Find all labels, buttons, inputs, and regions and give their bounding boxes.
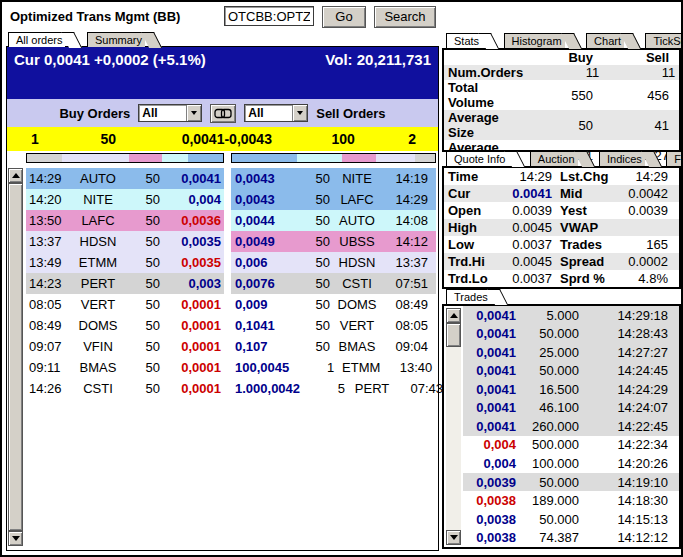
orderbook-scrollbar[interactable]: [8, 168, 23, 546]
sell-order-row[interactable]: 0,004350LAFC14:29: [231, 189, 436, 210]
tab-flow[interactable]: Flow: [666, 151, 683, 166]
depth-segment: [27, 154, 62, 162]
sell-order-row[interactable]: 0,10750BMAS09:04: [231, 336, 436, 357]
trade-row[interactable]: 0,004150.00014:24:45: [463, 362, 679, 381]
go-button[interactable]: Go: [322, 6, 366, 28]
trade-row[interactable]: 0,004146.10014:24:07: [463, 399, 679, 418]
quote-value: 0.0045: [492, 220, 552, 235]
arrow-up-icon: [450, 313, 458, 318]
symbol-input[interactable]: [224, 6, 314, 26]
chevron-down-icon[interactable]: [292, 105, 307, 121]
buy-order-row[interactable]: 14:23PERT500,003: [26, 273, 224, 294]
order-price: 0,107: [231, 339, 285, 354]
trade-row[interactable]: 0,004116.50014:24:29: [463, 380, 679, 399]
sell-filter-select[interactable]: All: [244, 104, 308, 122]
scroll-down-button[interactable]: [446, 530, 461, 545]
order-size: 50: [285, 234, 330, 249]
sell-order-row[interactable]: 0,104150VERT08:05: [231, 315, 436, 336]
buy-order-row[interactable]: 13:50LAFC500,0036: [26, 210, 224, 231]
chevron-down-icon[interactable]: [186, 105, 201, 121]
order-size: 50: [126, 276, 160, 291]
market-maker: LAFC: [70, 213, 126, 228]
tab-indices[interactable]: Indices: [599, 151, 645, 166]
buy-order-row[interactable]: 14:29AUTO500,0041: [26, 168, 224, 189]
orderbook-panel: Cur 0,0041 +0,0002 (+5.1%) Vol: 20,211,7…: [6, 46, 439, 551]
buy-filter-select[interactable]: All: [138, 104, 202, 122]
order-time: 13:49: [26, 255, 70, 270]
tab-chart[interactable]: Chart: [586, 33, 624, 48]
tab-tickscope[interactable]: TickScope: [645, 33, 683, 48]
trades-scrollbar[interactable]: [446, 308, 461, 545]
trade-time: 14:18:30: [579, 493, 679, 508]
buy-order-row[interactable]: 08:49DOMS500,0001: [26, 315, 224, 336]
scrollbar-thumb[interactable]: [446, 323, 461, 347]
trade-row[interactable]: 0,004100.00014:20:26: [463, 454, 679, 473]
trade-price: 0,0039: [463, 475, 516, 490]
buy-order-row[interactable]: 09:07VFIN500,0001: [26, 336, 224, 357]
sell-order-row[interactable]: 0,004350NITE14:19: [231, 168, 436, 189]
trade-time: 14:24:45: [579, 363, 679, 378]
order-time: 07:51: [384, 276, 436, 291]
tab-label: Indices: [607, 153, 642, 165]
trade-row[interactable]: 0,0041260.00014:22:45: [463, 417, 679, 436]
order-time: 14:19: [384, 171, 436, 186]
scroll-up-button[interactable]: [446, 308, 461, 323]
trade-row[interactable]: 0,004150.00014:28:43: [463, 325, 679, 344]
order-size: 5: [300, 381, 345, 396]
buy-order-row[interactable]: 13:37HDSN500,0035: [26, 231, 224, 252]
trade-row[interactable]: 0,003950.00014:19:10: [463, 473, 679, 492]
buy-order-row[interactable]: 09:11BMAS500,0001: [26, 357, 224, 378]
buy-order-count: 1: [7, 131, 63, 147]
search-button[interactable]: Search: [374, 6, 436, 28]
scroll-down-button[interactable]: [8, 531, 23, 546]
link-filters-button[interactable]: [210, 104, 236, 123]
stats-header-row: Buy Sell: [444, 50, 679, 65]
order-time: 13:37: [384, 255, 436, 270]
stats-row: Average Size5041: [444, 110, 679, 140]
order-price: 0,0049: [231, 234, 285, 249]
tab-trades[interactable]: Trades: [446, 289, 491, 304]
quote-label: Mid: [552, 186, 612, 201]
buy-order-row[interactable]: 14:26CSTI500,0001: [26, 378, 224, 399]
order-size: 50: [285, 171, 330, 186]
buy-order-row[interactable]: 14:20NITE500,004: [26, 189, 224, 210]
trade-size: 50.000: [516, 475, 579, 490]
depth-segment: [415, 154, 435, 162]
sell-order-row[interactable]: 100,00451ETMM13:40: [231, 357, 436, 378]
trade-size: 46.100: [516, 400, 579, 415]
scrollbar-track[interactable]: [446, 347, 461, 530]
buy-order-row[interactable]: 13:49ETMM500,0035: [26, 252, 224, 273]
quote-label: Trd.Lo: [444, 271, 492, 286]
tab-summary[interactable]: Summary: [87, 32, 145, 47]
tab-histogram[interactable]: Histogram: [504, 33, 565, 48]
trade-row[interactable]: 0,003850.00014:15:13: [463, 510, 679, 529]
tab-stats[interactable]: Stats: [446, 33, 482, 48]
sell-order-row[interactable]: 1.000,00425PERT07:43: [231, 378, 436, 399]
sell-order-row[interactable]: 0,00650HDSN13:37: [231, 252, 436, 273]
trade-row[interactable]: 0,004500.00014:22:34: [463, 436, 679, 455]
sell-order-row[interactable]: 0,004450AUTO14:08: [231, 210, 436, 231]
scrollbar-thumb[interactable]: [8, 183, 23, 531]
order-price: 0,0001: [160, 318, 224, 333]
trade-row[interactable]: 0,003874.38714:12:12: [463, 528, 679, 547]
order-time: 14:08: [384, 213, 436, 228]
trade-row[interactable]: 0,0038189.00014:18:30: [463, 491, 679, 510]
scroll-up-button[interactable]: [8, 168, 23, 183]
quote-row: High0.0045VWAP: [444, 219, 679, 236]
tab-quote-info[interactable]: Quote Info: [446, 151, 508, 166]
quote-value: 0.0039: [612, 203, 679, 218]
tab-all-orders[interactable]: All orders: [8, 32, 65, 47]
order-filter-bar: Buy Orders All All Sell Orders: [7, 99, 438, 127]
quote-value: 0.0002: [612, 254, 679, 269]
tab-auction[interactable]: Auction: [530, 151, 578, 166]
order-price: 0,0001: [160, 360, 224, 375]
trade-row[interactable]: 0,00415.00014:29:18: [463, 306, 679, 325]
trade-row[interactable]: 0,004125.00014:27:27: [463, 343, 679, 362]
sell-order-row[interactable]: 0,007650CSTI07:51: [231, 273, 436, 294]
order-price: 0,0076: [231, 276, 285, 291]
buy-order-row[interactable]: 08:05VERT500,0001: [26, 294, 224, 315]
market-maker: HDSN: [330, 255, 384, 270]
order-price: 0,1041: [231, 318, 285, 333]
sell-order-row[interactable]: 0,004950UBSS14:12: [231, 231, 436, 252]
sell-order-row[interactable]: 0,00950DOMS08:49: [231, 294, 436, 315]
